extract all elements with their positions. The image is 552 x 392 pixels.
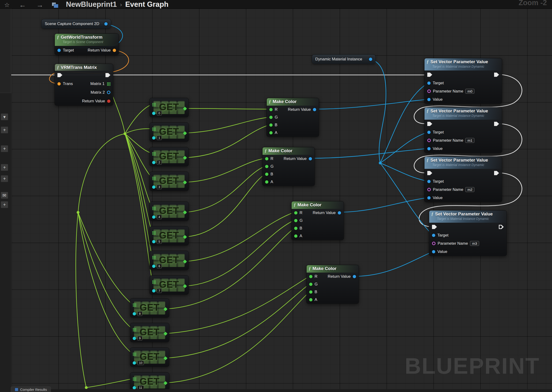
node-header[interactable]: ƒMake Color <box>307 265 359 273</box>
make-color-node[interactable]: ƒMake Color R Return Value G B A <box>291 201 344 240</box>
set-vector-parameter-node[interactable]: ƒSet Vector Parameter Value Target is Ma… <box>429 210 507 256</box>
node-header[interactable]: ƒSet Vector Parameter Value Target is Ma… <box>429 210 507 223</box>
g-input-pin[interactable] <box>309 283 312 286</box>
target-input-pin[interactable] <box>427 131 430 134</box>
get-world-transform-node[interactable]: ƒ GetWorldTransform Target is Scene Comp… <box>55 34 119 55</box>
g-input-pin[interactable] <box>269 116 272 119</box>
exec-in-pin[interactable] <box>427 73 432 77</box>
exec-out-pin[interactable] <box>494 73 499 77</box>
g-input-pin[interactable] <box>294 219 297 222</box>
forward-icon[interactable]: → <box>36 1 43 8</box>
array-get-node[interactable]: GET 7 <box>150 275 189 294</box>
target-input-pin[interactable] <box>427 82 430 85</box>
index-input-pin[interactable] <box>133 361 136 364</box>
index-input-pin[interactable] <box>152 216 155 219</box>
g-input-pin[interactable] <box>265 165 268 168</box>
node-header[interactable]: ƒ VRMTrans Matrix <box>55 64 113 71</box>
exec-in-pin[interactable] <box>427 171 432 175</box>
parameter-name-input-pin[interactable] <box>427 90 431 93</box>
array-get-node[interactable]: GET 11 <box>130 372 169 392</box>
chevron-down-icon[interactable]: ▾ <box>1 113 8 120</box>
value-input-pin[interactable] <box>427 196 430 200</box>
target-input-pin[interactable] <box>432 234 435 237</box>
node-header[interactable]: ƒSet Vector Parameter Value Target is Ma… <box>424 58 502 70</box>
parameter-name-value[interactable]: m0 <box>465 89 474 94</box>
exec-in-pin[interactable] <box>432 225 437 229</box>
exec-in-pin[interactable] <box>57 73 62 77</box>
index-value[interactable]: 3 <box>157 185 162 189</box>
array-get-node[interactable]: GET 0 <box>150 98 189 117</box>
index-value[interactable]: 1 <box>157 136 162 140</box>
breadcrumb-graph-name[interactable]: Event Graph <box>125 0 168 8</box>
r-input-pin[interactable] <box>265 157 268 161</box>
vrmtrans-matrix-node[interactable]: ƒ VRMTrans Matrix Trans Matrix 1 Matrix … <box>55 64 113 106</box>
parameter-name-input-pin[interactable] <box>427 139 431 142</box>
r-input-pin[interactable] <box>309 275 312 278</box>
index-input-pin[interactable] <box>152 112 155 115</box>
add-button[interactable]: + <box>1 126 8 133</box>
compiler-results-tab[interactable]: Compiler Results <box>11 387 51 392</box>
index-input-pin[interactable] <box>152 265 155 268</box>
variable-node-scene-capture[interactable]: Scene Capture Component 2D <box>42 19 111 28</box>
a-input-pin[interactable] <box>265 180 268 184</box>
exec-out-pin[interactable] <box>106 73 110 77</box>
array-get-node[interactable]: GET 8 <box>130 298 169 317</box>
index-value[interactable]: 8 <box>137 311 142 316</box>
back-icon[interactable]: ← <box>19 1 26 8</box>
node-header[interactable]: ƒMake Color <box>292 201 344 209</box>
index-input-pin[interactable] <box>133 337 136 340</box>
array-get-node[interactable]: GET 5 <box>150 226 189 245</box>
index-value[interactable]: 2 <box>157 160 162 165</box>
a-input-pin[interactable] <box>294 234 297 238</box>
parameter-name-value[interactable]: m1 <box>465 138 474 143</box>
add-button[interactable]: + <box>1 175 8 182</box>
value-input-pin[interactable] <box>427 98 430 101</box>
breadcrumb-blueprint-name[interactable]: NewBlueprint1 <box>66 0 117 8</box>
r-input-pin[interactable] <box>294 211 297 215</box>
array-get-node[interactable]: GET 3 <box>150 172 189 191</box>
return-value-output-pin[interactable] <box>309 157 312 161</box>
add-button[interactable]: + <box>1 145 8 152</box>
parameter-name-value[interactable]: m3 <box>470 241 479 246</box>
node-header[interactable]: ƒMake Color <box>267 98 319 106</box>
node-header[interactable]: ƒ GetWorldTransform Target is Scene Comp… <box>55 34 119 46</box>
index-input-pin[interactable] <box>152 185 155 189</box>
index-input-pin[interactable] <box>152 289 155 293</box>
b-input-pin[interactable] <box>265 173 268 176</box>
index-input-pin[interactable] <box>152 161 155 164</box>
node-header[interactable]: ƒMake Color <box>263 147 315 155</box>
parameter-name-input-pin[interactable] <box>432 242 436 245</box>
value-input-pin[interactable] <box>432 250 435 253</box>
array-get-node[interactable]: GET 4 <box>150 202 189 221</box>
r-input-pin[interactable] <box>269 108 272 111</box>
matrix2-output-pin[interactable] <box>107 91 110 94</box>
exec-in-pin[interactable] <box>427 122 432 126</box>
set-vector-parameter-node[interactable]: ƒSet Vector Parameter Value Target is Ma… <box>424 58 502 104</box>
return-value-output-pin[interactable] <box>313 108 316 111</box>
exec-out-pin[interactable] <box>494 171 499 175</box>
index-value[interactable]: 10 <box>137 361 144 365</box>
return-value-output-pin[interactable] <box>113 49 116 52</box>
parameter-name-value[interactable]: m2 <box>465 187 474 192</box>
index-input-pin[interactable] <box>152 240 155 243</box>
set-vector-parameter-node[interactable]: ƒSet Vector Parameter Value Target is Ma… <box>424 107 502 153</box>
index-value[interactable]: 9 <box>137 336 142 341</box>
make-color-node[interactable]: ƒMake Color R Return Value G B A <box>262 147 315 186</box>
target-input-pin[interactable] <box>427 180 430 183</box>
trans-input-pin[interactable] <box>57 82 61 85</box>
array-get-node[interactable]: GET 1 <box>150 122 189 142</box>
index-input-pin[interactable] <box>152 136 155 140</box>
variable-node-dynamic-material[interactable]: Dynamic Material Instance <box>312 55 375 64</box>
index-input-pin[interactable] <box>133 386 136 389</box>
target-input-pin[interactable] <box>57 49 61 52</box>
index-value[interactable]: 7 <box>157 288 162 293</box>
b-input-pin[interactable] <box>294 227 297 230</box>
array-get-node[interactable]: GET 10 <box>130 348 169 367</box>
value-input-pin[interactable] <box>427 147 430 150</box>
b-input-pin[interactable] <box>309 290 312 294</box>
return-value-output-pin[interactable] <box>107 99 110 103</box>
make-color-node[interactable]: ƒMake Color R Return Value G B A <box>306 265 359 304</box>
favorite-star-icon[interactable]: ☆ <box>4 1 10 8</box>
make-color-node[interactable]: ƒMake Color R Return Value G B A <box>266 98 319 137</box>
index-value[interactable]: 6 <box>157 264 162 268</box>
